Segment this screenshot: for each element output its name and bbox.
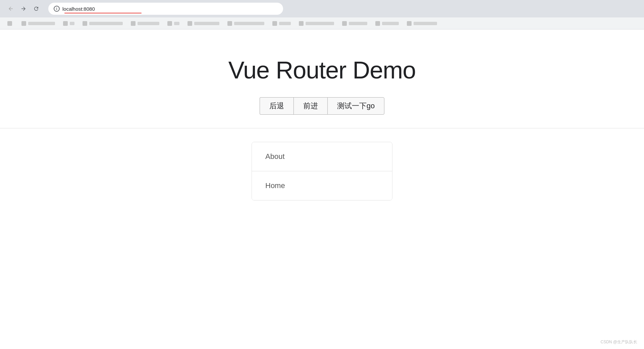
bookmark-favicon — [167, 21, 172, 26]
bookmark-label — [306, 22, 334, 25]
address-text: localhost:8080 — [62, 6, 95, 12]
bookmark-favicon — [407, 21, 412, 26]
browser-chrome: i localhost:8080 — [0, 0, 644, 30]
bookmark-label — [279, 22, 291, 25]
bookmark-favicon — [63, 21, 68, 26]
info-icon: i — [54, 6, 60, 12]
bookmark-favicon — [299, 21, 304, 26]
test-go-button[interactable]: 测试一下go — [327, 97, 384, 115]
bookmark-label — [89, 22, 123, 25]
address-bar[interactable]: i localhost:8080 — [48, 3, 283, 15]
bookmark-label — [382, 22, 399, 25]
bookmark-favicon — [375, 21, 380, 26]
bookmark-label — [174, 22, 179, 25]
router-links-box: About Home — [252, 142, 392, 200]
forward-button[interactable] — [18, 3, 29, 14]
content-divider — [0, 128, 644, 128]
reload-button[interactable] — [31, 3, 42, 14]
action-button-row: 后退 前进 测试一下go — [260, 97, 384, 115]
main-content: Vue Router Demo 后退 前进 测试一下go About Home — [0, 30, 644, 200]
forward-nav-button[interactable]: 前进 — [293, 97, 327, 115]
bookmark-label — [234, 22, 264, 25]
bookmark-label — [349, 22, 367, 25]
bookmark-favicon — [83, 21, 87, 26]
bookmark-label — [28, 22, 55, 25]
page-title: Vue Router Demo — [228, 56, 416, 84]
back-button[interactable] — [5, 3, 16, 14]
bookmark-label — [138, 22, 159, 25]
bookmark-favicon — [131, 21, 136, 26]
bookmark-favicon — [21, 21, 26, 26]
bookmark-favicon — [187, 21, 192, 26]
bookmark-favicon — [342, 21, 347, 26]
address-bar-container: i localhost:8080 — [48, 3, 283, 15]
bookmark-favicon — [7, 21, 12, 26]
watermark: CSDN @生产队队长 — [600, 339, 637, 345]
red-underline-decoration — [64, 13, 142, 13]
browser-toolbar: i localhost:8080 — [0, 0, 644, 17]
back-nav-button[interactable]: 后退 — [260, 97, 293, 115]
nav-buttons — [5, 3, 42, 14]
router-link-about[interactable]: About — [252, 142, 392, 171]
bookmarks-bar — [0, 17, 644, 30]
bookmark-label — [414, 22, 437, 25]
bookmark-label — [70, 22, 74, 25]
bookmark-favicon — [272, 21, 277, 26]
bookmark-favicon — [227, 21, 232, 26]
router-link-home[interactable]: Home — [252, 171, 392, 200]
bookmark-label — [194, 22, 219, 25]
